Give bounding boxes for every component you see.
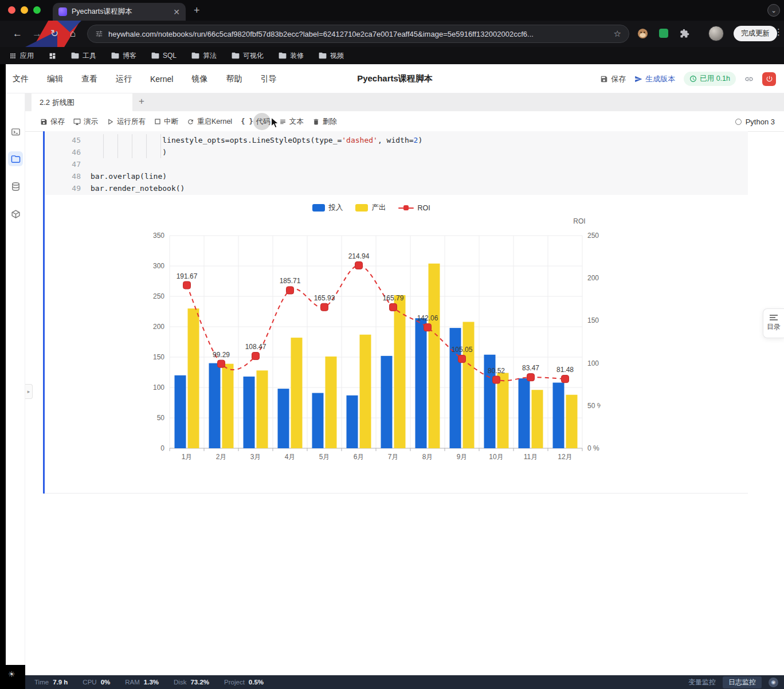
menu-item-查看[interactable]: 查看 (81, 74, 97, 84)
bookmark-folder-可视化[interactable]: 可视化 (232, 51, 264, 61)
bookmark-star-icon[interactable]: ☆ (614, 29, 621, 39)
toolbar-code-button[interactable]: { }代码 (241, 117, 271, 127)
extension-monkey-icon[interactable] (637, 28, 648, 41)
bookmark-apps[interactable]: 应用 (9, 51, 34, 61)
toolbar-run-button[interactable]: 运行所有 (107, 117, 146, 127)
svg-text:185.71: 185.71 (280, 277, 301, 285)
bookmark-folder-博客[interactable]: 博客 (111, 51, 136, 61)
svg-text:9月: 9月 (457, 453, 468, 461)
back-button[interactable]: ← (13, 28, 22, 40)
bookmark-folder-装修[interactable]: 装修 (279, 51, 304, 61)
bookmark-folder-SQL[interactable]: SQL (151, 51, 177, 61)
menu-item-镜像[interactable]: 镜像 (191, 74, 207, 84)
notebook-tab-active[interactable]: 2.2 折线图 (32, 93, 132, 111)
toolbar-text-button[interactable]: 文本 (279, 117, 304, 127)
code-line-47[interactable]: 47 (45, 158, 748, 170)
run-icon (107, 118, 114, 126)
indent-guide (132, 134, 132, 158)
url-text: heywhale.com/notebooks/run/66c5caf9820fb… (108, 30, 609, 38)
svg-text:105.05: 105.05 (452, 346, 473, 354)
indent-guide (146, 134, 147, 158)
browser-menu-icon[interactable]: ⋮ (774, 27, 783, 37)
svg-text:1月: 1月 (182, 453, 193, 461)
menu-item-帮助[interactable]: 帮助 (226, 74, 242, 84)
svg-text:8月: 8月 (422, 453, 433, 461)
window-minimize-button[interactable] (21, 6, 28, 14)
svg-text:80.52: 80.52 (488, 367, 505, 375)
toolbar-delete-button[interactable]: 删除 (312, 117, 337, 127)
browser-tab[interactable]: Pyecharts课程脚本 ✕ (53, 3, 186, 21)
window-close-button[interactable] (8, 6, 15, 14)
code-line-45[interactable]: 45 linestyle_opts=opts.LineStyleOpts(typ… (45, 134, 748, 146)
browser-update-button[interactable]: 完成更新 (734, 26, 777, 41)
bottom-left-corner: ☀ (0, 665, 25, 689)
metric-cpu: CPU0% (83, 679, 110, 686)
toolbar-stop-button[interactable]: 中断 (154, 117, 178, 127)
svg-text:250 %: 250 % (587, 232, 601, 240)
toolbar-restart-button[interactable]: 重启Kernel (187, 117, 232, 127)
bookmark-folder-工具[interactable]: 工具 (71, 51, 96, 61)
files-icon[interactable] (8, 151, 23, 166)
toolbar-present-button[interactable]: 演示 (73, 117, 98, 127)
tab-close-icon[interactable]: ✕ (173, 7, 180, 17)
code-cell[interactable]: 45 linestyle_opts=opts.LineStyleOpts(typ… (45, 131, 748, 195)
svg-text:5月: 5月 (319, 453, 330, 461)
code-line-46[interactable]: 46 ) (45, 146, 748, 158)
menu-item-文件[interactable]: 文件 (13, 74, 29, 84)
code-line-49[interactable]: 49bar.render_notebook() (45, 182, 748, 194)
address-bar[interactable]: heywhale.com/notebooks/run/66c5caf9820fb… (87, 25, 629, 43)
browser-toolbar: ← → ↻ ⌂ heywhale.com/notebooks/run/66c5c… (0, 21, 784, 47)
datasets-icon[interactable] (8, 179, 23, 194)
assistant-icon[interactable]: ◉ (769, 678, 778, 687)
bookmark-folder-视频[interactable]: 视频 (319, 51, 344, 61)
menu-item-Kernel[interactable]: Kernel (150, 75, 173, 84)
menu-item-编辑[interactable]: 编辑 (47, 74, 63, 84)
toc-button[interactable]: 目录 (763, 308, 784, 338)
svg-text:191.67: 191.67 (177, 272, 198, 280)
bookmarks-bar: 应用 工具博客SQL算法可视化装修视频 (0, 47, 784, 64)
variable-monitor-button[interactable]: 变量监控 (688, 678, 716, 687)
menu-item-运行[interactable]: 运行 (116, 74, 132, 84)
cell-toolbar: 保存演示运行所有中断重启Kernel{ }代码文本删除 Python 3 (25, 111, 784, 132)
extensions-puzzle-icon[interactable] (680, 29, 689, 41)
menu-item-引导[interactable]: 引导 (260, 74, 276, 84)
bookmark-folder-算法[interactable]: 算法 (191, 51, 217, 61)
roi-combo-chart[interactable]: 0501001502002503003500 %50 %100 %150 %20… (142, 196, 601, 468)
bookmark-tiles-icon[interactable] (49, 52, 56, 60)
metric-disk: Disk73.2% (174, 679, 209, 686)
svg-text:214.94: 214.94 (348, 252, 370, 260)
save-button[interactable]: 保存 (600, 74, 626, 84)
reload-button[interactable]: ↻ (50, 28, 58, 40)
theme-brightness-icon[interactable]: ☀ (8, 670, 15, 679)
new-tab-button[interactable]: + (194, 4, 200, 17)
svg-text:50: 50 (157, 414, 165, 422)
notebook-app: 文件编辑查看运行Kernel镜像帮助引导 Pyecharts课程脚本 保存 生成… (6, 64, 784, 675)
profile-avatar[interactable] (708, 26, 724, 41)
log-monitor-button[interactable]: 日志监控 (723, 676, 762, 688)
svg-text:7月: 7月 (388, 453, 399, 461)
panel-expander[interactable]: ▸ (25, 384, 33, 399)
home-button[interactable]: ⌂ (70, 28, 76, 40)
add-notebook-tab-button[interactable]: + (139, 96, 144, 107)
svg-text:150: 150 (153, 353, 164, 361)
kernel-selector[interactable]: Python 3 (735, 111, 775, 132)
generate-version-button[interactable]: 生成版本 (634, 74, 675, 84)
window-zoom-button[interactable] (33, 6, 41, 14)
forward-button[interactable]: → (32, 28, 42, 40)
sessions-icon[interactable] (8, 124, 23, 139)
tab-search-chevron-button[interactable]: ⌄ (767, 4, 780, 17)
restart-icon (187, 118, 194, 126)
cell-output: 投入产出ROI 0501001502002503003500 %50 %100 … (45, 195, 748, 494)
apps-grid-icon (9, 52, 17, 60)
toc-list-icon (770, 315, 778, 320)
code-line-48[interactable]: 48bar.overlap(line) (45, 170, 748, 182)
svg-text:350: 350 (153, 232, 164, 240)
packages-icon[interactable] (8, 206, 23, 221)
site-settings-icon[interactable] (95, 30, 103, 38)
share-link-icon[interactable] (744, 75, 754, 84)
extension-green-icon[interactable] (659, 29, 668, 38)
app-sidebar (6, 93, 25, 665)
shutdown-button[interactable] (762, 72, 776, 86)
toolbar-save-button[interactable]: 保存 (40, 117, 65, 127)
svg-text:99.29: 99.29 (213, 351, 230, 359)
